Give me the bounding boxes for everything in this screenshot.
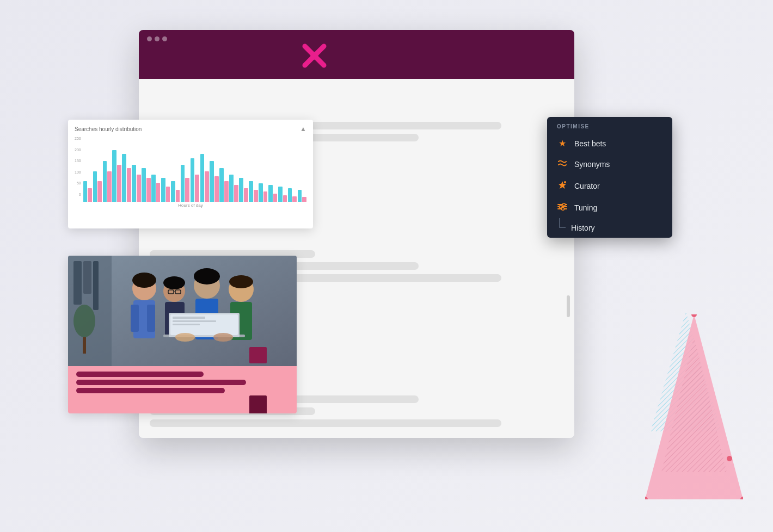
svg-rect-17 — [73, 261, 82, 305]
dot-3 — [162, 36, 167, 41]
bar-group — [181, 165, 189, 202]
bar-group — [112, 150, 121, 202]
optimise-header: OPTIMISE — [547, 117, 672, 133]
svg-marker-10 — [661, 336, 727, 472]
bar-pink — [156, 183, 161, 202]
bar-pink — [234, 185, 238, 202]
bar-blue — [249, 181, 253, 202]
chart-upload-icon[interactable]: ▲ — [300, 125, 306, 133]
svg-rect-42 — [173, 317, 205, 319]
bar-pink — [205, 171, 209, 202]
best-bets-icon: ★ — [557, 138, 568, 149]
bar-pink — [224, 181, 229, 202]
svg-point-38 — [229, 275, 253, 288]
curator-label: Curator — [574, 182, 600, 190]
bar-pink — [176, 190, 180, 202]
menu-item-history[interactable]: History — [547, 218, 672, 238]
bar-group — [288, 188, 297, 202]
bar-group — [268, 185, 277, 202]
menu-item-best-bets[interactable]: ★ Best bets — [547, 133, 672, 154]
app-logo — [299, 41, 329, 73]
svg-rect-43 — [173, 320, 216, 322]
bar-group — [298, 190, 306, 202]
bar-group — [171, 181, 180, 202]
photo-text-3 — [76, 388, 225, 393]
svg-rect-24 — [131, 305, 139, 332]
svg-point-45 — [175, 333, 195, 342]
bar-pink — [146, 178, 151, 202]
bar-pink — [185, 178, 189, 202]
bar-blue — [93, 171, 97, 202]
bar-group — [103, 161, 112, 202]
y-label: 150 — [75, 159, 81, 163]
svg-rect-25 — [147, 305, 155, 332]
bar-group — [229, 175, 238, 202]
bar-pink — [254, 190, 258, 202]
photo-block-2 — [249, 395, 267, 413]
browser-dots — [147, 36, 167, 41]
menu-item-synonyms[interactable]: Synonyms — [547, 154, 672, 175]
bar-group — [210, 161, 218, 202]
chart-x-axis-label: Hours of day — [75, 203, 306, 208]
photo-text-2 — [76, 380, 246, 385]
bar-blue — [181, 165, 185, 202]
y-label: 100 — [75, 170, 81, 174]
svg-point-47 — [564, 181, 566, 183]
bar-pink — [117, 165, 121, 202]
history-label: History — [571, 224, 595, 232]
bar-group — [249, 181, 257, 202]
svg-point-35 — [194, 268, 220, 284]
bar-blue — [103, 161, 107, 202]
y-label: 200 — [75, 148, 81, 152]
bar-blue — [229, 175, 234, 202]
svg-rect-19 — [93, 261, 99, 310]
bar-blue — [288, 188, 292, 202]
browser-titlebar — [139, 30, 574, 79]
bar-blue — [132, 165, 136, 202]
bar-blue — [259, 183, 263, 202]
svg-point-20 — [73, 305, 95, 337]
optimise-menu: OPTIMISE ★ Best bets Synonyms Curator — [547, 117, 672, 238]
scrollbar-hint-2[interactable] — [567, 295, 570, 317]
bar-blue — [200, 154, 205, 202]
bar-pink — [166, 187, 170, 202]
dot-2 — [155, 36, 159, 41]
bar-blue — [83, 181, 88, 202]
menu-item-curator[interactable]: Curator — [547, 175, 672, 197]
chart-panel: Searches hourly distribution ▲ 250 200 1… — [68, 120, 313, 228]
bar-blue — [191, 158, 195, 202]
bar-pink — [214, 176, 219, 202]
y-label: 50 — [75, 181, 81, 185]
y-label: 0 — [75, 193, 81, 196]
synonyms-icon — [557, 159, 568, 169]
bar-group — [142, 168, 150, 202]
bar-blue — [161, 178, 165, 202]
bar-blue — [210, 161, 214, 202]
chart-bars — [83, 137, 306, 202]
history-indent — [559, 218, 566, 228]
bar-blue — [171, 181, 175, 202]
bar-group — [200, 154, 209, 202]
chart-title: Searches hourly distribution — [75, 126, 142, 132]
bar-pink — [137, 175, 141, 202]
svg-rect-44 — [173, 324, 200, 325]
bar-blue — [112, 150, 116, 202]
bar-group — [93, 171, 102, 202]
bar-group — [151, 175, 160, 202]
bar-pink — [292, 196, 297, 202]
bar-pink — [97, 181, 102, 202]
svg-point-4 — [691, 314, 697, 317]
dot-1 — [147, 36, 152, 41]
bar-pink — [263, 191, 268, 202]
photo-overlay — [68, 366, 297, 413]
y-label: 250 — [75, 137, 81, 140]
bar-group — [122, 154, 131, 202]
svg-point-51 — [563, 203, 566, 206]
photo-block-1 — [249, 347, 267, 363]
svg-rect-21 — [83, 337, 86, 354]
deco-hatched-pink-inner — [651, 325, 738, 488]
bar-group — [239, 178, 248, 202]
svg-point-29 — [163, 276, 185, 289]
menu-item-tuning[interactable]: Tuning — [547, 197, 672, 218]
best-bets-label: Best bets — [574, 139, 606, 148]
